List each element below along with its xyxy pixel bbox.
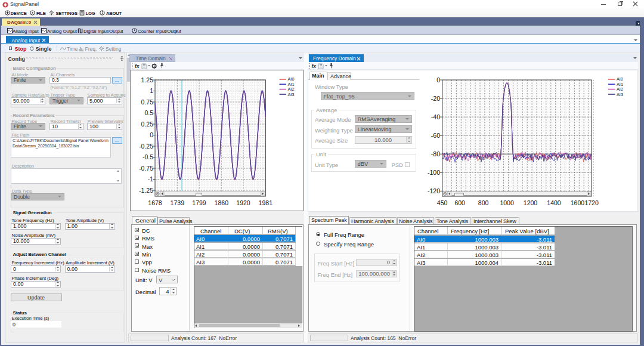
- svg-text:-0.25: -0.25: [139, 143, 153, 150]
- svg-text:1400: 1400: [547, 199, 561, 206]
- svg-text:1678: 1678: [148, 199, 162, 206]
- svg-text:0.25: 0.25: [141, 121, 153, 128]
- svg-text:-20: -20: [431, 95, 440, 102]
- svg-text:0: 0: [436, 76, 440, 84]
- svg-text:1: 1: [150, 87, 153, 94]
- svg-text:-60: -60: [431, 132, 440, 139]
- svg-text:1739: 1739: [170, 199, 184, 206]
- svg-text:1860: 1860: [214, 199, 228, 206]
- svg-text:450: 450: [437, 199, 448, 206]
- svg-text:1920: 1920: [236, 199, 250, 206]
- svg-text:800: 800: [478, 199, 489, 206]
- svg-text:1200: 1200: [524, 199, 538, 206]
- svg-text:1720: 1720: [584, 199, 599, 206]
- svg-text:AI3: AI3: [617, 92, 623, 97]
- svg-text:1981: 1981: [258, 199, 273, 206]
- svg-text:-80: -80: [431, 150, 440, 157]
- svg-text:-0.5: -0.5: [142, 153, 153, 160]
- svg-text:-1.25: -1.25: [139, 187, 153, 194]
- svg-text:AI3: AI3: [287, 92, 294, 97]
- svg-text:-1: -1: [147, 175, 153, 183]
- svg-text:-100: -100: [428, 169, 440, 176]
- svg-text:-120: -120: [428, 187, 440, 194]
- svg-text:-0.75: -0.75: [139, 165, 153, 172]
- svg-text:0.5: 0.5: [144, 109, 153, 116]
- svg-text:-40: -40: [431, 113, 440, 121]
- svg-text:1000: 1000: [500, 199, 514, 206]
- svg-text:1799: 1799: [192, 199, 206, 206]
- svg-text:0.75: 0.75: [141, 98, 153, 106]
- svg-text:1.25: 1.25: [141, 76, 153, 84]
- svg-text:1600: 1600: [571, 199, 585, 206]
- svg-text:600: 600: [454, 199, 465, 206]
- svg-text:0: 0: [150, 131, 153, 138]
